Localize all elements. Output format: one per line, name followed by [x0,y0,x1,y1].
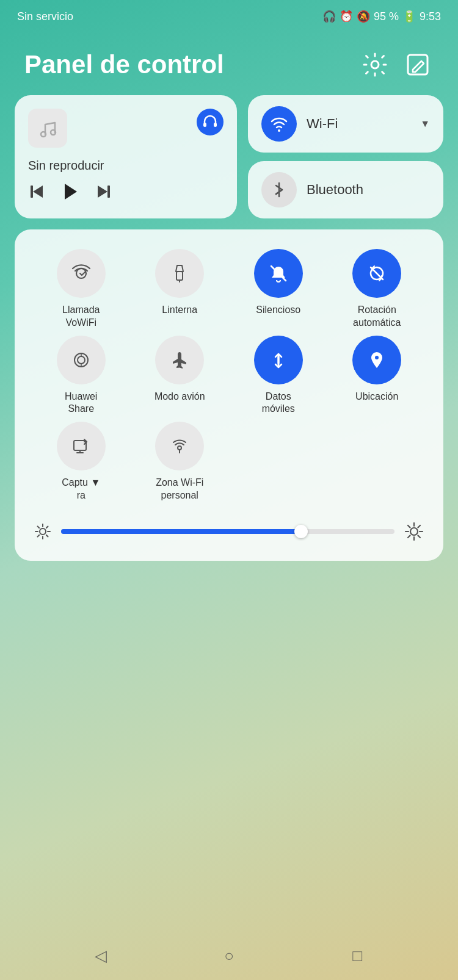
media-title: Sin reproducir [28,159,224,173]
svg-point-31 [40,528,46,535]
svg-rect-10 [107,186,110,198]
music-icon [28,109,67,148]
hotspot-icon [155,422,204,470]
toggle-vowifi[interactable]: LlamadaVoWiFi [32,249,131,330]
battery-icon: 🔋 [402,10,416,23]
svg-line-38 [38,535,40,537]
page-title: Panel de control [24,50,224,79]
svg-marker-8 [65,184,77,200]
svg-rect-14 [176,272,183,280]
svg-rect-7 [31,186,33,198]
toggle-airplane[interactable]: Modo avión [131,336,230,416]
vowifi-label: LlamadaVoWiFi [62,304,100,330]
flashlight-label: Linterna [162,304,197,317]
svg-marker-6 [33,186,43,198]
huawei-share-label: HuaweiShare [65,391,97,416]
svg-point-40 [410,528,418,535]
svg-point-25 [375,356,379,359]
bluetooth-card[interactable]: Bluetooth [248,161,443,218]
status-right: 🎧 ⏰ 🔕 95 % 🔋 9:53 [322,10,441,23]
brightness-row [32,517,426,544]
edit-button[interactable] [402,49,434,81]
svg-line-39 [46,526,48,528]
toggles-grid: LlamadaVoWiFi Linterna [32,249,426,502]
wifi-chevron-icon: ▼ [420,118,430,129]
wifi-icon [261,106,297,142]
toggle-rotation[interactable]: Rotaciónautomática [328,249,427,330]
svg-line-36 [38,526,40,528]
media-card: Sin reproducir [15,95,237,218]
toggle-flashlight[interactable]: Linterna [131,249,230,330]
brightness-min-icon [34,523,51,540]
toggle-silent[interactable]: Silencioso [229,249,328,330]
carrier-text: Sin servicio [17,10,73,23]
mobile-data-icon [254,336,303,384]
status-bar: Sin servicio 🎧 ⏰ 🔕 95 % 🔋 9:53 [0,0,458,31]
wifi-label: Wi-Fi [307,116,410,132]
screenshot-icon [57,422,106,470]
svg-line-45 [408,525,410,528]
wifi-card[interactable]: Wi-Fi ▼ [248,95,443,153]
toggle-location[interactable]: Ubicación [328,336,427,416]
flashlight-icon [155,249,204,298]
headphone-icon: 🎧 [322,10,336,23]
svg-point-2 [41,132,46,137]
location-label: Ubicación [355,391,398,403]
toggle-mobile-data[interactable]: Datosmóviles [229,336,328,416]
location-icon [352,336,401,384]
main-content: Sin reproducir [0,95,458,561]
time-text: 9:53 [420,10,441,23]
top-row: Sin reproducir [15,95,443,218]
next-button[interactable] [95,183,112,200]
bluetooth-icon [261,172,297,207]
alarm-icon: ⏰ [340,10,353,23]
recent-button[interactable]: □ [345,943,369,968]
toggle-hotspot[interactable]: Zona Wi-Fipersonal [131,422,230,502]
header-actions [359,49,434,81]
bottom-nav: ◁ ○ □ [0,931,458,980]
svg-point-3 [51,130,56,135]
silent-icon [254,249,303,298]
play-button[interactable] [60,181,81,202]
airplane-label: Modo avión [154,391,205,403]
media-top [28,109,224,148]
huawei-share-icon [57,336,106,384]
settings-button[interactable] [359,49,391,81]
bluetooth-label: Bluetooth [307,182,363,198]
mute-icon: 🔕 [357,10,370,23]
right-col: Wi-Fi ▼ Bluetooth [248,95,443,218]
brightness-fill [61,529,301,534]
home-icon: ○ [224,946,234,965]
silent-label: Silencioso [256,304,300,317]
svg-line-37 [46,535,48,537]
brightness-slider[interactable] [61,529,394,534]
brightness-thumb [294,525,308,538]
recent-icon: □ [352,946,362,965]
back-button[interactable]: ◁ [89,943,113,968]
header: Panel de control [0,31,458,95]
svg-point-19 [78,356,85,364]
svg-line-48 [418,525,421,528]
battery-text: 95 % [374,10,399,23]
mobile-data-label: Datosmóviles [262,391,295,416]
screenshot-label: Captu ▼ra [62,477,100,502]
svg-line-47 [408,535,410,538]
hotspot-label: Zona Wi-Fipersonal [156,477,203,502]
svg-rect-4 [203,123,206,127]
toggle-screenshot[interactable]: Captu ▼ra [32,422,131,502]
media-controls [28,181,224,202]
toggle-huawei-share[interactable]: HuaweiShare [32,336,131,416]
rotation-icon [352,249,401,298]
home-button[interactable]: ○ [217,943,241,968]
svg-marker-9 [98,186,107,198]
back-icon: ◁ [95,946,107,965]
airplane-icon [155,336,204,384]
prev-button[interactable] [28,183,45,200]
rotation-label: Rotaciónautomática [353,304,401,330]
svg-point-0 [371,61,379,68]
brightness-max-icon [404,522,424,541]
svg-line-46 [418,535,421,538]
vowifi-icon [57,249,106,298]
svg-rect-5 [214,123,217,127]
svg-point-11 [278,129,280,132]
